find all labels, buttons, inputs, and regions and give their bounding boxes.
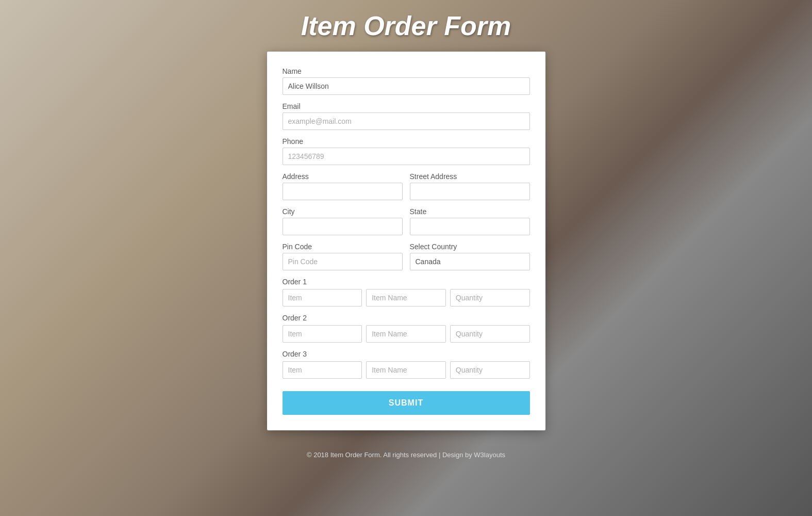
select-country-input[interactable] <box>410 253 530 270</box>
address-row-3: Pin Code Select Country <box>283 243 530 270</box>
pin-code-col: Pin Code <box>283 243 403 270</box>
phone-label: Phone <box>283 137 530 146</box>
order-2-item-name-input[interactable] <box>366 325 446 343</box>
phone-group: Phone <box>283 137 530 165</box>
email-input[interactable] <box>283 112 530 130</box>
address-label: Address <box>283 172 403 181</box>
order-1-item-input[interactable] <box>283 289 362 307</box>
address-input[interactable] <box>283 183 403 200</box>
order-1-item-name-input[interactable] <box>366 289 446 307</box>
name-input[interactable] <box>283 77 530 95</box>
order-2-item-input[interactable] <box>283 325 362 343</box>
pin-code-input[interactable] <box>283 253 403 270</box>
submit-button[interactable]: SUBMIT <box>283 391 530 415</box>
page-title: Item Order Form <box>301 10 511 41</box>
state-input[interactable] <box>410 218 530 235</box>
address-row-2: City State <box>283 207 530 235</box>
order-3-item-input[interactable] <box>283 361 362 379</box>
state-col: State <box>410 207 530 235</box>
city-input[interactable] <box>283 218 403 235</box>
order-3-row <box>283 361 530 379</box>
order-1-row <box>283 289 530 307</box>
order-2-row <box>283 325 530 343</box>
phone-input[interactable] <box>283 148 530 165</box>
select-country-label: Select Country <box>410 243 530 251</box>
select-country-col: Select Country <box>410 243 530 270</box>
email-label: Email <box>283 102 530 110</box>
order-1-quantity-input[interactable] <box>450 289 530 307</box>
street-address-input[interactable] <box>410 183 530 200</box>
street-address-label: Street Address <box>410 172 530 181</box>
footer: © 2018 Item Order Form. All rights reser… <box>302 446 510 464</box>
city-col: City <box>283 207 403 235</box>
address-col: Address <box>283 172 403 200</box>
name-label: Name <box>283 67 530 75</box>
order-1-section: Order 1 <box>283 278 530 307</box>
order-1-label: Order 1 <box>283 278 530 286</box>
pin-code-label: Pin Code <box>283 243 403 251</box>
order-2-label: Order 2 <box>283 314 530 322</box>
name-group: Name <box>283 67 530 95</box>
order-3-section: Order 3 <box>283 350 530 379</box>
form-container: Name Email Phone Address Street Address <box>267 52 545 430</box>
address-row-1: Address Street Address <box>283 172 530 200</box>
state-label: State <box>410 207 530 216</box>
order-3-item-name-input[interactable] <box>366 361 446 379</box>
order-2-section: Order 2 <box>283 314 530 343</box>
order-2-quantity-input[interactable] <box>450 325 530 343</box>
email-group: Email <box>283 102 530 130</box>
footer-text: © 2018 Item Order Form. All rights reser… <box>307 451 505 459</box>
order-3-label: Order 3 <box>283 350 530 358</box>
order-3-quantity-input[interactable] <box>450 361 530 379</box>
city-label: City <box>283 207 403 216</box>
street-address-col: Street Address <box>410 172 530 200</box>
